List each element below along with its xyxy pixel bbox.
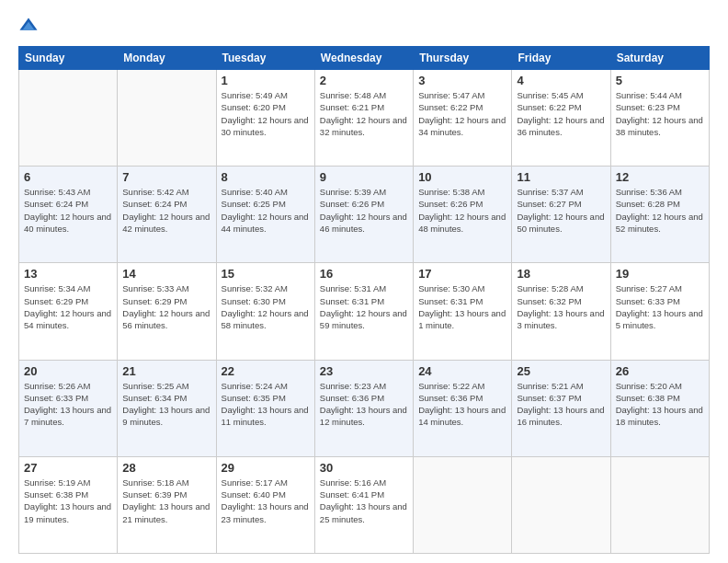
day-number: 23 [320,364,408,378]
day-info: Sunrise: 5:49 AM Sunset: 6:20 PM Dayligh… [222,89,310,138]
day-info: Sunrise: 5:17 AM Sunset: 6:40 PM Dayligh… [222,477,310,525]
day-info: Sunrise: 5:43 AM Sunset: 6:24 PM Dayligh… [24,186,112,235]
day-info: Sunrise: 5:38 AM Sunset: 6:26 PM Dayligh… [418,186,506,235]
day-number: 12 [616,170,704,184]
calendar-cell: 6Sunrise: 5:43 AM Sunset: 6:24 PM Daylig… [19,167,118,263]
calendar-day-header: Saturday [610,47,709,70]
calendar-day-header: Friday [512,47,610,70]
day-info: Sunrise: 5:25 AM Sunset: 6:34 PM Dayligh… [122,380,210,429]
day-number: 30 [320,461,408,475]
day-info: Sunrise: 5:33 AM Sunset: 6:29 PM Dayligh… [122,282,210,331]
calendar-cell [118,70,216,167]
calendar-header-row: SundayMondayTuesdayWednesdayThursdayFrid… [19,47,710,70]
day-number: 25 [517,364,605,378]
day-info: Sunrise: 5:42 AM Sunset: 6:24 PM Dayligh… [122,186,210,235]
calendar-cell: 14Sunrise: 5:33 AM Sunset: 6:29 PM Dayli… [118,263,216,360]
day-info: Sunrise: 5:19 AM Sunset: 6:38 PM Dayligh… [24,477,112,525]
calendar-cell: 5Sunrise: 5:44 AM Sunset: 6:23 PM Daylig… [610,70,709,167]
calendar-cell: 18Sunrise: 5:28 AM Sunset: 6:32 PM Dayli… [512,263,610,360]
calendar-cell: 12Sunrise: 5:36 AM Sunset: 6:28 PM Dayli… [610,167,709,263]
calendar-cell: 19Sunrise: 5:27 AM Sunset: 6:33 PM Dayli… [610,263,709,360]
calendar-cell: 28Sunrise: 5:18 AM Sunset: 6:39 PM Dayli… [118,456,216,553]
calendar-cell [19,70,118,167]
day-number: 29 [222,461,310,475]
day-info: Sunrise: 5:31 AM Sunset: 6:31 PM Dayligh… [320,282,408,331]
day-number: 3 [418,74,506,87]
day-number: 20 [24,364,112,378]
day-info: Sunrise: 5:37 AM Sunset: 6:27 PM Dayligh… [517,186,605,235]
calendar-cell: 27Sunrise: 5:19 AM Sunset: 6:38 PM Dayli… [19,456,118,553]
day-number: 1 [222,74,310,87]
calendar-table: SundayMondayTuesdayWednesdayThursdayFrid… [18,46,710,554]
day-number: 2 [320,74,408,87]
calendar-cell [512,456,610,553]
calendar-cell: 22Sunrise: 5:24 AM Sunset: 6:35 PM Dayli… [216,360,314,456]
calendar-cell: 20Sunrise: 5:26 AM Sunset: 6:33 PM Dayli… [19,360,118,456]
day-info: Sunrise: 5:20 AM Sunset: 6:38 PM Dayligh… [616,380,704,429]
day-info: Sunrise: 5:39 AM Sunset: 6:26 PM Dayligh… [320,186,408,235]
day-info: Sunrise: 5:22 AM Sunset: 6:36 PM Dayligh… [418,380,506,429]
calendar-cell: 21Sunrise: 5:25 AM Sunset: 6:34 PM Dayli… [118,360,216,456]
calendar-cell: 26Sunrise: 5:20 AM Sunset: 6:38 PM Dayli… [610,360,709,456]
day-number: 8 [222,170,310,184]
day-number: 10 [418,170,506,184]
calendar-week-row: 6Sunrise: 5:43 AM Sunset: 6:24 PM Daylig… [19,167,710,263]
day-info: Sunrise: 5:24 AM Sunset: 6:35 PM Dayligh… [222,380,310,429]
calendar-cell: 15Sunrise: 5:32 AM Sunset: 6:30 PM Dayli… [216,263,314,360]
logo [18,17,40,37]
day-number: 22 [222,364,310,378]
day-info: Sunrise: 5:18 AM Sunset: 6:39 PM Dayligh… [122,477,210,525]
calendar-day-header: Wednesday [314,47,413,70]
day-number: 7 [122,170,210,184]
calendar-cell: 7Sunrise: 5:42 AM Sunset: 6:24 PM Daylig… [118,167,216,263]
day-number: 14 [122,267,210,281]
day-info: Sunrise: 5:16 AM Sunset: 6:41 PM Dayligh… [320,477,408,525]
day-number: 24 [418,364,506,378]
calendar-cell: 9Sunrise: 5:39 AM Sunset: 6:26 PM Daylig… [314,167,413,263]
day-number: 4 [517,74,605,87]
calendar-cell: 3Sunrise: 5:47 AM Sunset: 6:22 PM Daylig… [414,70,512,167]
day-number: 5 [616,74,704,87]
day-number: 19 [616,267,704,281]
calendar-day-header: Thursday [414,47,512,70]
calendar-cell: 24Sunrise: 5:22 AM Sunset: 6:36 PM Dayli… [414,360,512,456]
calendar-week-row: 20Sunrise: 5:26 AM Sunset: 6:33 PM Dayli… [19,360,710,456]
day-number: 11 [517,170,605,184]
day-number: 13 [24,267,112,281]
day-number: 17 [418,267,506,281]
calendar-day-header: Monday [118,47,216,70]
day-info: Sunrise: 5:40 AM Sunset: 6:25 PM Dayligh… [222,186,310,235]
day-info: Sunrise: 5:27 AM Sunset: 6:33 PM Dayligh… [616,282,704,331]
day-info: Sunrise: 5:47 AM Sunset: 6:22 PM Dayligh… [418,89,506,138]
logo-icon [18,17,39,37]
calendar-cell: 23Sunrise: 5:23 AM Sunset: 6:36 PM Dayli… [314,360,413,456]
day-info: Sunrise: 5:30 AM Sunset: 6:31 PM Dayligh… [418,282,506,331]
calendar-cell: 8Sunrise: 5:40 AM Sunset: 6:25 PM Daylig… [216,167,314,263]
day-number: 15 [222,267,310,281]
calendar-cell: 30Sunrise: 5:16 AM Sunset: 6:41 PM Dayli… [314,456,413,553]
calendar-week-row: 13Sunrise: 5:34 AM Sunset: 6:29 PM Dayli… [19,263,710,360]
calendar-cell: 25Sunrise: 5:21 AM Sunset: 6:37 PM Dayli… [512,360,610,456]
calendar-cell: 13Sunrise: 5:34 AM Sunset: 6:29 PM Dayli… [19,263,118,360]
day-info: Sunrise: 5:48 AM Sunset: 6:21 PM Dayligh… [320,89,408,138]
day-info: Sunrise: 5:44 AM Sunset: 6:23 PM Dayligh… [616,89,704,138]
day-number: 18 [517,267,605,281]
calendar-cell: 11Sunrise: 5:37 AM Sunset: 6:27 PM Dayli… [512,167,610,263]
day-number: 16 [320,267,408,281]
day-number: 26 [616,364,704,378]
day-number: 9 [320,170,408,184]
day-info: Sunrise: 5:45 AM Sunset: 6:22 PM Dayligh… [517,89,605,138]
calendar-week-row: 27Sunrise: 5:19 AM Sunset: 6:38 PM Dayli… [19,456,710,553]
calendar-cell: 1Sunrise: 5:49 AM Sunset: 6:20 PM Daylig… [216,70,314,167]
day-info: Sunrise: 5:32 AM Sunset: 6:30 PM Dayligh… [222,282,310,331]
day-number: 28 [122,461,210,475]
day-info: Sunrise: 5:34 AM Sunset: 6:29 PM Dayligh… [24,282,112,331]
calendar-cell [414,456,512,553]
calendar-day-header: Sunday [19,47,118,70]
calendar-cell [610,456,709,553]
calendar-week-row: 1Sunrise: 5:49 AM Sunset: 6:20 PM Daylig… [19,70,710,167]
day-info: Sunrise: 5:21 AM Sunset: 6:37 PM Dayligh… [517,380,605,429]
day-info: Sunrise: 5:26 AM Sunset: 6:33 PM Dayligh… [24,380,112,429]
day-info: Sunrise: 5:28 AM Sunset: 6:32 PM Dayligh… [517,282,605,331]
calendar-cell: 4Sunrise: 5:45 AM Sunset: 6:22 PM Daylig… [512,70,610,167]
